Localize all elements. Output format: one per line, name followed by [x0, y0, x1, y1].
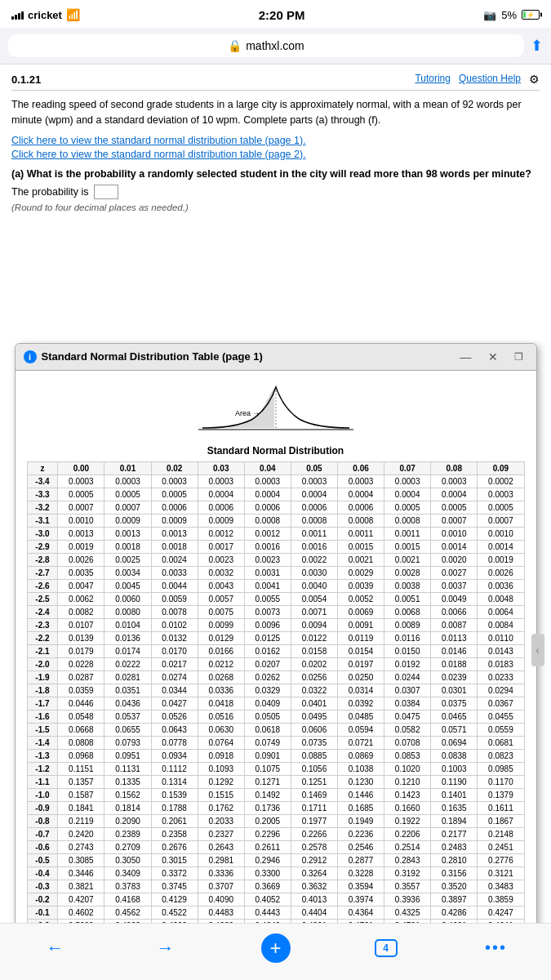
section-label: 0.1.21: [11, 74, 41, 86]
browser-bar: 🔒 mathxl.com ⬆: [0, 28, 551, 65]
tabs-button[interactable]: 4: [331, 939, 441, 957]
table-row: -0.30.38210.37830.37450.37070.36690.3632…: [27, 880, 524, 893]
probability-input[interactable]: [94, 185, 118, 199]
table-row: -2.90.00190.00180.00180.00170.00160.0016…: [27, 540, 524, 553]
table-row: -1.20.11510.11310.11120.10930.10750.1056…: [27, 762, 524, 775]
info-icon: i: [24, 350, 37, 363]
round-note: (Round to four decimal places as needed.…: [11, 203, 540, 212]
share-icon[interactable]: ⬆: [531, 37, 543, 55]
carrier-name: cricket: [28, 9, 62, 21]
lightning-icon: ⚡: [527, 11, 535, 19]
col-0.06: 0.06: [338, 461, 384, 474]
close-button[interactable]: ✕: [483, 349, 503, 365]
back-icon: ←: [47, 938, 64, 959]
link-page2[interactable]: Click here to view the standard normal d…: [11, 149, 540, 160]
col-0.01: 0.01: [104, 461, 151, 474]
more-button[interactable]: •••: [441, 938, 551, 957]
col-z: z: [27, 461, 58, 474]
curve-container: Area →: [27, 379, 525, 439]
question-help-link[interactable]: Question Help: [459, 73, 521, 86]
table-row: -1.60.05480.05370.05260.05160.05050.0495…: [27, 710, 524, 723]
table-row: -3.20.00070.00070.00060.00060.00060.0006…: [27, 501, 524, 514]
forward-icon: →: [157, 938, 175, 959]
forward-button[interactable]: →: [110, 938, 220, 959]
col-0.02: 0.02: [151, 461, 198, 474]
table-row: -1.30.09680.09510.09340.09180.09010.0885…: [27, 749, 524, 762]
plus-icon: +: [261, 933, 291, 963]
camera-icon: 📷: [483, 9, 496, 21]
time-display: 2:20 PM: [259, 8, 305, 22]
more-icon: •••: [485, 938, 507, 957]
probability-label: The probability is: [11, 186, 89, 198]
table-row: -1.70.04460.04360.04270.04180.04090.0401…: [27, 697, 524, 710]
table-row: -0.20.42070.41680.41290.40900.40520.4013…: [27, 893, 524, 906]
table-row: -1.90.02870.02810.02740.02680.02620.0256…: [27, 670, 524, 684]
table-row: -2.70.00350.00340.00330.00320.00310.0030…: [27, 566, 524, 579]
table-row: -2.30.01070.01040.01020.00990.00960.0094…: [27, 618, 524, 631]
problem-text: The reading speed of second grade studen…: [11, 97, 540, 128]
table-row: -1.40.08080.07930.07780.07640.07490.0735…: [27, 736, 524, 749]
resize-handle[interactable]: [531, 634, 544, 666]
table-row: -0.90.18410.18140.17880.17620.17360.1711…: [27, 801, 524, 814]
table-row: -3.40.00030.00030.00030.00030.00030.0003…: [27, 474, 524, 488]
question-a: (a) What is the probability a randomly s…: [11, 168, 540, 180]
status-bar: cricket 📶 2:20 PM 📷 5% ⚡: [0, 0, 551, 28]
table-row: -0.60.27430.27090.26760.26430.26110.2578…: [27, 840, 524, 853]
table-row: -1.50.06680.06550.06430.06300.06180.0606…: [27, 723, 524, 736]
back-button[interactable]: ←: [0, 938, 110, 959]
svg-text:Area →: Area →: [235, 409, 260, 417]
modal-overlay: i Standard Normal Distribution Table (pa…: [11, 343, 540, 957]
modal-title: Standard Normal Distribution Table (page…: [42, 350, 263, 363]
tab-count-badge: 4: [375, 939, 398, 957]
table-row: -3.30.00050.00050.00050.00040.00040.0004…: [27, 488, 524, 501]
distribution-table: z 0.00 0.01 0.02 0.03 0.04 0.05 0.06 0.0…: [27, 461, 525, 933]
table-row: -3.00.00130.00130.00130.00120.00120.0011…: [27, 527, 524, 540]
table-row: -3.10.00100.00090.00090.00090.00080.0008…: [27, 514, 524, 527]
new-tab-button[interactable]: +: [220, 933, 331, 963]
carrier-info: cricket 📶: [11, 8, 80, 21]
col-0.03: 0.03: [198, 461, 244, 474]
table-row: -1.80.03590.03510.03440.03360.03290.0322…: [27, 684, 524, 697]
signal-icon: [11, 10, 24, 20]
table-row: -2.10.01790.01740.01700.01660.01620.0158…: [27, 644, 524, 657]
col-0.08: 0.08: [431, 461, 478, 474]
table-row: -0.80.21190.20900.20610.20330.20050.1977…: [27, 814, 524, 827]
battery-info: 📷 5% ⚡: [483, 9, 540, 21]
table-row: -2.80.00260.00250.00240.00230.00230.0022…: [27, 553, 524, 566]
page-content: 0.1.21 Tutoring Question Help ⚙ The read…: [0, 65, 551, 965]
modal-body: Area → Standard Normal Distribution z 0.…: [16, 371, 536, 956]
tutoring-link[interactable]: Tutoring: [415, 73, 451, 86]
distribution-curve: Area →: [194, 379, 358, 436]
url-bar[interactable]: 🔒 mathxl.com: [8, 34, 524, 57]
modal-controls: — ✕ ❒: [455, 349, 528, 365]
table-row: -2.50.00620.00600.00590.00570.00550.0054…: [27, 592, 524, 605]
bottom-nav: ← → + 4 •••: [0, 923, 551, 980]
battery-percent: 5%: [501, 9, 517, 21]
wifi-icon: 📶: [66, 8, 80, 21]
col-0.07: 0.07: [384, 461, 431, 474]
col-0.00: 0.00: [58, 461, 104, 474]
col-0.05: 0.05: [291, 461, 337, 474]
table-row: -0.40.34460.34090.33720.33360.33000.3264…: [27, 866, 524, 880]
url-text: mathxl.com: [246, 39, 304, 52]
lock-icon: 🔒: [228, 39, 242, 52]
table-row: -1.00.15870.15620.15390.15150.14920.1469…: [27, 788, 524, 801]
probability-row: The probability is: [11, 185, 540, 199]
table-row: -0.70.24200.23890.23580.23270.22960.2266…: [27, 827, 524, 840]
table-row: -2.00.02280.02220.02170.02120.02070.0202…: [27, 657, 524, 670]
col-0.09: 0.09: [478, 461, 524, 474]
modal-box: i Standard Normal Distribution Table (pa…: [15, 343, 537, 957]
table-row: -2.60.00470.00450.00440.00430.00410.0040…: [27, 579, 524, 592]
table-row: -0.10.46020.45620.45220.44830.44430.4404…: [27, 906, 524, 919]
table-title: Standard Normal Distribution: [27, 445, 525, 457]
resize-button[interactable]: ❒: [509, 350, 528, 364]
modal-header: i Standard Normal Distribution Table (pa…: [16, 344, 536, 371]
minimize-button[interactable]: —: [455, 349, 477, 365]
link-page1[interactable]: Click here to view the standard normal d…: [11, 135, 540, 146]
settings-icon[interactable]: ⚙: [529, 73, 540, 86]
table-row: -0.50.30850.30500.30150.29810.29460.2912…: [27, 853, 524, 866]
table-row: -1.10.13570.13350.13140.12920.12710.1251…: [27, 775, 524, 788]
battery-icon: ⚡: [522, 10, 540, 20]
table-row: -2.40.00820.00800.00780.00750.00730.0071…: [27, 605, 524, 618]
table-row: -2.20.01390.01360.01320.01290.01250.0122…: [27, 631, 524, 644]
